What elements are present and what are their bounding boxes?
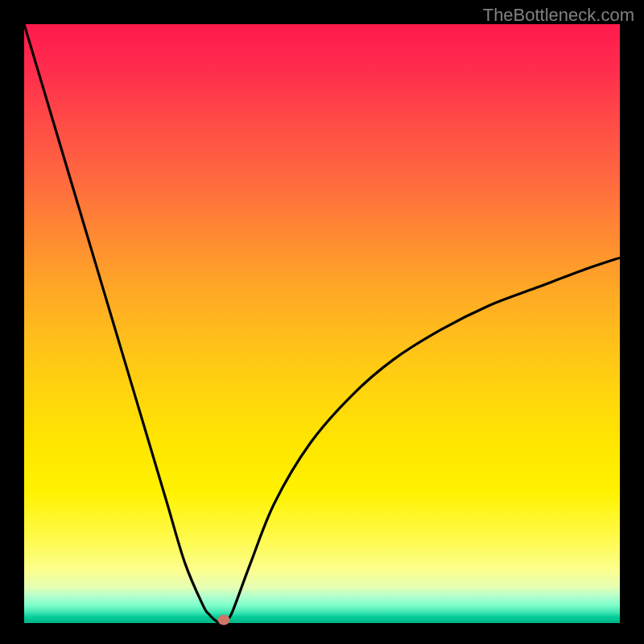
watermark-text: TheBottleneck.com — [483, 5, 634, 26]
curve-overlay — [24, 24, 620, 623]
chart-area — [24, 24, 620, 623]
bottleneck-curve — [24, 24, 620, 623]
vertex-marker — [217, 615, 229, 625]
